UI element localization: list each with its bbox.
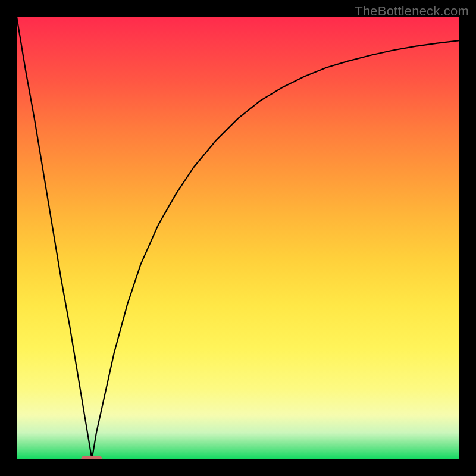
bottleneck-curve xyxy=(17,17,459,459)
chart-frame: TheBottleneck.com xyxy=(0,0,476,476)
optimum-marker xyxy=(81,456,102,459)
curve-path xyxy=(17,17,459,459)
watermark-text: TheBottleneck.com xyxy=(355,4,469,19)
plot-area xyxy=(17,17,459,459)
